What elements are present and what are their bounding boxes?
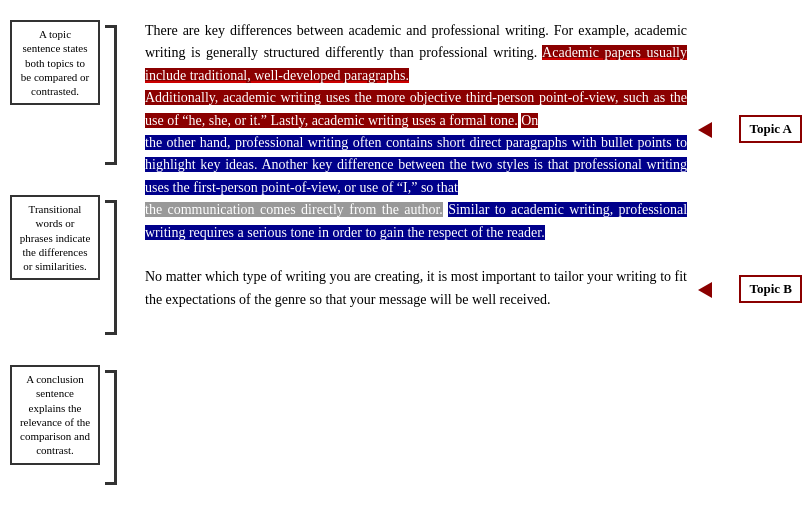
conclusion-annotation: A conclusion sentence explains the relev… [10,365,100,465]
topic-b-arrow [698,282,712,298]
transitional-label: Transitional words or phrases indicate t… [20,203,91,272]
on-word: On [521,113,538,128]
sentence-7: No matter which type of writing you are … [145,269,687,306]
topic-a-arrow [698,122,712,138]
topic-a-label: Topic A [739,115,802,143]
paragraph-main: There are key differences between academ… [145,20,687,311]
topic-sentence-annotation: A topic sentence states both topics to b… [10,20,100,105]
main-text-area: There are key differences between academ… [115,10,707,496]
transitional-annotation: Transitional words or phrases indicate t… [10,195,100,280]
right-labels-column: Topic A Topic B [707,10,807,496]
annotations-column: A topic sentence states both topics to b… [0,10,115,496]
topic-sentence-label: A topic sentence states both topics to b… [21,28,89,97]
sentence-3-highlighted: Additionally, academic writing uses the … [145,90,687,127]
conclusion-label: A conclusion sentence explains the relev… [20,373,90,456]
page-container: A topic sentence states both topics to b… [0,0,807,506]
topic-b-label: Topic B [739,275,802,303]
sentence-4-highlighted: the other hand, professional writing oft… [145,135,687,195]
sentence-5-highlighted: the communication comes directly from th… [145,202,443,217]
